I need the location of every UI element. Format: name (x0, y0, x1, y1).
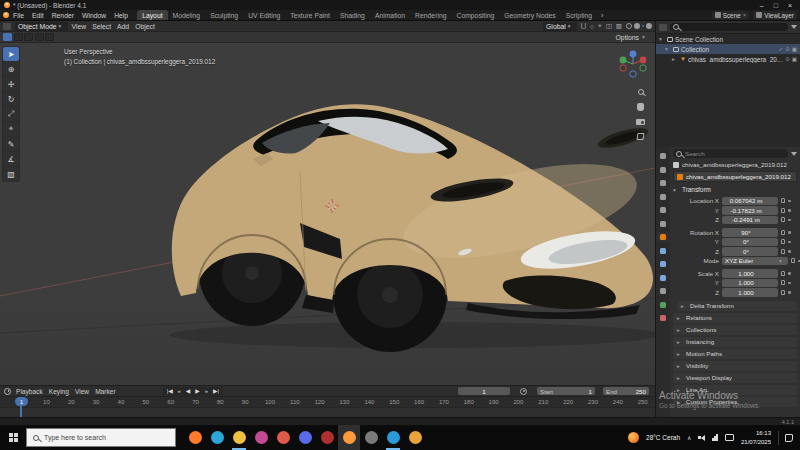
viewport-menu-item[interactable]: View (72, 23, 87, 30)
properties-tab[interactable] (657, 165, 670, 175)
timeline-menu-item[interactable]: Keying (49, 388, 69, 395)
frame-end-field[interactable]: End250 (603, 387, 649, 396)
properties-tab[interactable] (657, 313, 670, 323)
menu-item[interactable]: Help (110, 11, 132, 20)
workspace-tab[interactable]: Sculpting (205, 10, 243, 20)
panel-section-header[interactable]: ▸Viewport Display (673, 373, 797, 384)
toolbar-tool[interactable]: ➤ (3, 47, 19, 61)
workspace-overflow-arrow[interactable]: › (597, 11, 607, 20)
shading-rendered-icon[interactable] (646, 23, 652, 29)
scene-unlink-icon[interactable]: × (743, 12, 747, 18)
current-frame-field[interactable]: 1 (458, 387, 510, 396)
viewport-menu-item[interactable]: Add (117, 23, 129, 30)
pan-hand-icon[interactable] (637, 103, 644, 111)
xray-toggle-icon[interactable]: ▥ (616, 22, 622, 30)
workspace-tab[interactable]: Animation (370, 10, 410, 20)
gizmo-toggle-icon[interactable]: ⌖ (598, 22, 602, 30)
panel-section-header[interactable]: ▸Collections (673, 325, 797, 336)
property-value-field[interactable]: -0.2491 m (722, 216, 778, 225)
outliner-row-scene-collection[interactable]: ▾ Scene Collection (656, 34, 800, 44)
snap-magnet-icon[interactable]: ⋃ (581, 22, 586, 30)
toolbar-tool[interactable]: ▧ (3, 167, 19, 181)
menu-item[interactable]: Window (78, 11, 110, 20)
toolbar-tool[interactable]: ✎ (3, 137, 19, 151)
transport-button[interactable]: ▶| (211, 388, 221, 395)
workspace-tab[interactable]: Shading (335, 10, 370, 20)
panel-section-header[interactable]: ▸Relations (673, 313, 797, 324)
object-name-field[interactable]: chivas_amdbssuperleggera_2019.012 (673, 171, 797, 182)
timeline-ruler-area[interactable]: 1 10203040506070809010011012013014015016… (0, 396, 655, 417)
lock-icon[interactable] (781, 208, 785, 213)
workspace-tab[interactable]: Geometry Nodes (499, 10, 560, 20)
properties-tab[interactable] (657, 178, 670, 188)
close-button[interactable]: × (788, 2, 792, 9)
hide-eye-icon[interactable]: ⊙ (785, 46, 790, 52)
workspace-tab[interactable]: Modeling (168, 10, 206, 20)
property-value-field[interactable]: 0.067042 m (722, 197, 778, 206)
toolbar-tool[interactable]: ↻ (3, 92, 19, 106)
properties-tab[interactable] (657, 205, 670, 215)
notification-center-button[interactable] (778, 431, 797, 445)
properties-tab[interactable] (657, 192, 670, 202)
camera-view-icon[interactable] (636, 119, 645, 125)
volume-icon[interactable] (698, 435, 705, 441)
expand-caret-icon[interactable]: ▾ (665, 46, 671, 52)
expand-caret-icon[interactable]: ▾ (659, 36, 665, 42)
hide-eye-icon[interactable]: ⊙ (785, 56, 790, 62)
taskbar-app-icon[interactable] (360, 425, 382, 450)
property-value-field[interactable]: -0.17823 m (722, 206, 778, 215)
options-dropdown[interactable]: Options▾ (616, 34, 648, 41)
viewport-menu-item[interactable]: Select (92, 23, 111, 30)
animate-dot-icon[interactable] (788, 272, 791, 275)
menu-item[interactable]: Edit (28, 11, 48, 20)
taskbar-search-input[interactable]: Type here to search (26, 428, 176, 447)
hidden-icons-chevron[interactable]: ∧ (687, 434, 691, 441)
timeline-menu-item[interactable]: View (75, 388, 89, 395)
shading-material-icon[interactable] (642, 25, 644, 27)
overlays-toggle-icon[interactable]: ◫ (606, 22, 612, 30)
properties-filter-icon[interactable] (791, 152, 797, 156)
taskbar-app-icon[interactable] (206, 425, 228, 450)
taskbar-app-icon[interactable] (272, 425, 294, 450)
taskbar-app-icon[interactable] (294, 425, 316, 450)
select-mode-subtract[interactable] (24, 33, 33, 41)
transport-button[interactable]: « (176, 388, 183, 395)
disable-render-icon[interactable]: ▣ (792, 56, 797, 62)
editor-type-icon[interactable] (3, 23, 11, 30)
maximize-button[interactable]: □ (774, 2, 778, 9)
weather-icon[interactable] (628, 432, 639, 443)
transport-button[interactable]: ▶ (193, 388, 201, 395)
transport-button[interactable]: » (203, 388, 210, 395)
animate-dot-icon[interactable] (788, 282, 791, 285)
transform-panel-header[interactable]: ▾ Transform (673, 184, 797, 194)
toolbar-tool[interactable]: ⤢ (3, 107, 19, 121)
properties-tab[interactable] (657, 300, 670, 310)
lock-icon[interactable] (781, 217, 785, 222)
properties-tab[interactable] (657, 286, 670, 296)
property-value-field[interactable]: 1.000 (722, 279, 778, 288)
shading-solid-icon[interactable] (634, 23, 640, 29)
outliner-row-collection[interactable]: ▾ Collection ✓ ⊙ ▣ (656, 44, 800, 54)
car-object[interactable] (0, 43, 655, 385)
select-mode-intersect[interactable] (45, 33, 54, 41)
lock-icon[interactable] (781, 239, 785, 244)
lock-icon[interactable] (781, 198, 785, 203)
property-value-field[interactable]: 0° (722, 238, 778, 247)
touch-keyboard-icon[interactable] (725, 434, 734, 441)
lock-icon[interactable] (781, 280, 785, 285)
animate-dot-icon[interactable] (788, 219, 791, 222)
shading-wireframe-icon[interactable] (626, 23, 632, 29)
timeline-ruler[interactable]: 1020304050607080901001101201301401501601… (0, 396, 655, 407)
select-mode-new[interactable] (3, 33, 12, 41)
outliner-row-object[interactable]: ▸ ▼ chivas_amdbssuperleggera_2019 ⊙ ▣ (656, 54, 800, 64)
zoom-icon[interactable] (638, 89, 644, 95)
select-mode-extend[interactable] (14, 33, 23, 41)
timeline-menu-item[interactable]: Marker (95, 388, 116, 395)
expand-caret-icon[interactable]: ▸ (672, 56, 678, 62)
start-button[interactable] (0, 425, 26, 450)
panel-section-header[interactable]: ▸Visibility (673, 361, 797, 372)
property-value-field[interactable]: 90° (722, 228, 778, 237)
navigation-gizmo[interactable] (617, 48, 649, 80)
animate-dot-icon[interactable] (788, 291, 791, 294)
property-value-field[interactable]: XYZ Euler▾ (722, 257, 788, 266)
